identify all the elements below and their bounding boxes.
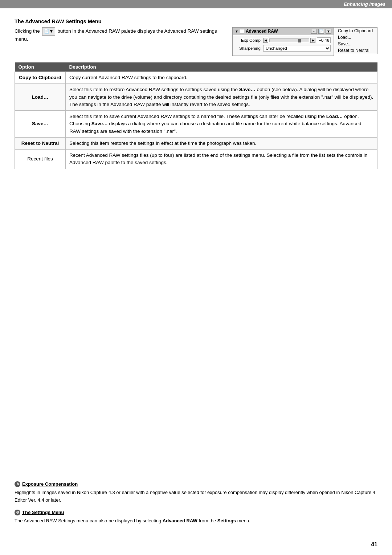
slider-left-arrow[interactable]: ◀ — [263, 38, 268, 43]
sharpening-row: Sharpening: Unchanged — [236, 45, 331, 52]
table-cell-option: Recent files — [15, 150, 66, 169]
titlebar-circle-btn[interactable]: ○ — [311, 29, 317, 34]
intro-text: Clicking the 📄▼ button in the Advanced R… — [15, 27, 224, 56]
titlebar-arrow-btn[interactable]: ▼ — [326, 29, 331, 34]
note-settings-title: ⚙ The Settings Menu — [15, 509, 377, 516]
table-row: Load…Select this item to restore Advance… — [15, 84, 377, 111]
raw-dialog-area: ▼ Advanced RAW ○ 📄 ▼ Exp Comp: ◀ — [232, 27, 377, 56]
col-option: Option — [15, 62, 66, 72]
intro-area: Clicking the 📄▼ button in the Advanced R… — [15, 27, 377, 56]
raw-dialog: ▼ Advanced RAW ○ 📄 ▼ Exp Comp: ◀ — [232, 27, 334, 56]
sharpening-label: Sharpening: — [236, 46, 262, 50]
header-title: Enhancing Images — [344, 1, 385, 7]
titlebar-left: ▼ Advanced RAW — [235, 29, 278, 34]
exp-slider: ◀ ▶ — [263, 38, 315, 43]
table-cell-option: Copy to Clipboard — [15, 72, 66, 84]
slider-track[interactable] — [269, 38, 309, 42]
page-number: 41 — [371, 541, 377, 548]
button-inline-icon: 📄▼ — [42, 27, 56, 36]
footer-line — [15, 533, 377, 533]
table-cell-option: Reset to Neutral — [15, 137, 66, 149]
raw-dialog-titlebar: ▼ Advanced RAW ○ 📄 ▼ — [233, 28, 334, 35]
dropdown-copy[interactable]: Copy to Clipboard — [334, 28, 377, 34]
table-cell-option: Load… — [15, 84, 66, 111]
table-cell-description: Selecting this item restores the setting… — [66, 137, 377, 149]
options-table: Option Description Copy to ClipboardCopy… — [15, 62, 377, 169]
exp-value: +0.46 — [317, 37, 331, 43]
table-header-row: Option Description — [15, 62, 377, 72]
note-settings-title-text: The Settings Menu — [22, 509, 64, 516]
note-exposure-title-text: Exposure Compensation — [22, 481, 78, 488]
settings-dropdown: Copy to Clipboard Load... Save... Reset … — [334, 27, 377, 54]
titlebar-doc-btn[interactable]: 📄 — [318, 29, 324, 34]
table-cell-description: Select this item to restore Advanced RAW… — [66, 84, 377, 111]
titlebar-checkbox[interactable] — [240, 29, 244, 33]
table-cell-option: Save… — [15, 111, 66, 138]
table-cell-description: Copy current Advanced RAW settings to th… — [66, 72, 377, 84]
raw-dialog-body: Exp Comp: ◀ ▶ +0.46 Sharpening: — [233, 35, 334, 56]
table-row: Recent filesRecent Advanced RAW settings… — [15, 150, 377, 169]
note-exposure-title: ✎ Exposure Compensation — [15, 481, 377, 488]
note-exposure-body: Highlights in images saved in Nikon Capt… — [15, 489, 377, 503]
table-row: Copy to ClipboardCopy current Advanced R… — [15, 72, 377, 84]
table-row: Reset to NeutralSelecting this item rest… — [15, 137, 377, 149]
titlebar-arrow-icon: ▼ — [235, 29, 238, 33]
note-settings-body: The Advanced RAW Settings menu can also … — [15, 517, 377, 525]
sharpening-select[interactable]: Unchanged — [263, 45, 331, 52]
note-settings-menu: ⚙ The Settings Menu The Advanced RAW Set… — [15, 509, 377, 525]
section-title: The Advanced RAW Settings Menu — [15, 19, 377, 24]
dropdown-reset[interactable]: Reset to Neutral — [334, 47, 377, 54]
col-description: Description — [66, 62, 377, 72]
slider-right-arrow[interactable]: ▶ — [310, 38, 315, 43]
exp-comp-row: Exp Comp: ◀ ▶ +0.46 — [236, 37, 331, 43]
settings-icon: ⚙ — [15, 510, 20, 515]
table-cell-description: Recent Advanced RAW settings files (up t… — [66, 150, 377, 169]
table-cell-description: Select this item to save current Advance… — [66, 111, 377, 138]
exp-comp-label: Exp Comp: — [236, 38, 262, 42]
raw-dialog-title: Advanced RAW — [246, 29, 278, 34]
dropdown-save[interactable]: Save... — [334, 41, 377, 47]
notes-area: ✎ Exposure Compensation Highlights in im… — [15, 481, 377, 530]
pencil-icon: ✎ — [15, 481, 20, 487]
note-exposure: ✎ Exposure Compensation Highlights in im… — [15, 481, 377, 503]
slider-thumb[interactable] — [298, 39, 301, 42]
dropdown-load[interactable]: Load... — [334, 34, 377, 41]
header-bar: Enhancing Images — [0, 0, 392, 8]
table-row: Save…Select this item to save current Ad… — [15, 111, 377, 138]
titlebar-right: ○ 📄 ▼ — [311, 29, 331, 34]
